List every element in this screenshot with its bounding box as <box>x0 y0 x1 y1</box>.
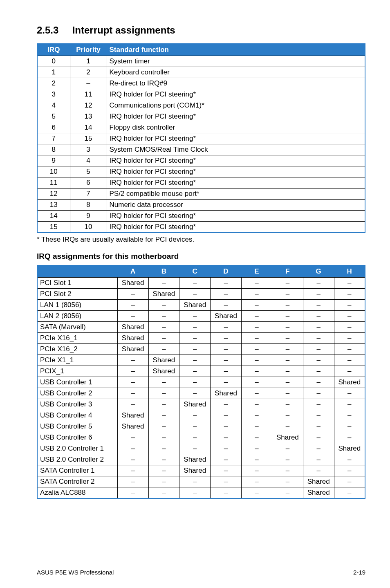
mb-value-cell: – <box>241 377 272 388</box>
mb-value-cell: – <box>334 344 365 355</box>
mb-value-cell: – <box>241 344 272 355</box>
mb-value-cell: – <box>148 410 179 421</box>
mb-value-cell: – <box>272 487 303 499</box>
mb-header-cell: H <box>334 265 365 278</box>
mb-value-cell: – <box>148 487 179 499</box>
mb-value-cell: – <box>117 289 148 300</box>
function-cell: IRQ holder for PCI steering* <box>107 211 365 222</box>
mb-row-label: SATA (Marvell) <box>37 322 117 333</box>
mb-value-cell: – <box>241 366 272 377</box>
table-row: USB Controller 4Shared––––––– <box>37 410 365 421</box>
function-cell: IRQ holder for PCI steering* <box>107 155 365 166</box>
mb-value-cell: Shared <box>117 421 148 432</box>
mb-value-cell: – <box>117 443 148 454</box>
mb-value-cell: – <box>303 421 334 432</box>
mb-value-cell: – <box>272 289 303 300</box>
mb-value-cell: – <box>334 454 365 465</box>
mb-subheading: IRQ assignments for this motherboard <box>37 252 365 261</box>
mb-value-cell: – <box>179 289 211 300</box>
mb-value-cell: – <box>179 443 211 454</box>
mb-row-label: LAN 1 (8056) <box>37 300 117 311</box>
irq-footnote: * These IRQs are usually available for P… <box>37 236 365 244</box>
footer-product: ASUS P5E WS Professional <box>37 569 114 576</box>
table-row: 12Keyboard controller <box>37 67 365 78</box>
mb-value-cell: – <box>241 432 272 443</box>
mb-value-cell: – <box>211 289 242 300</box>
mb-header-blank <box>37 265 117 278</box>
mb-value-cell: – <box>272 344 303 355</box>
mb-value-cell: – <box>334 355 365 366</box>
mb-value-cell: – <box>334 388 365 399</box>
mb-value-cell: Shared <box>117 322 148 333</box>
mb-value-cell: – <box>179 432 211 443</box>
irq-cell: 4 <box>37 100 70 111</box>
table-row: USB Controller 5Shared––––––– <box>37 421 365 432</box>
mb-value-cell: – <box>241 278 272 289</box>
mb-value-cell: – <box>241 454 272 465</box>
function-cell: Re-direct to IRQ#9 <box>107 78 365 89</box>
mb-value-cell: – <box>179 344 211 355</box>
table-row: 105IRQ holder for PCI steering* <box>37 166 365 177</box>
mb-value-cell: – <box>148 476 179 487</box>
mb-value-cell: – <box>303 443 334 454</box>
table-row: LAN 1 (8056)––Shared––––– <box>37 300 365 311</box>
table-row: USB Controller 3––Shared––––– <box>37 399 365 410</box>
mb-value-cell: – <box>179 476 211 487</box>
table-row: 715IRQ holder for PCI steering* <box>37 133 365 144</box>
mb-value-cell: – <box>272 366 303 377</box>
mb-value-cell: – <box>241 476 272 487</box>
mb-value-cell: – <box>211 410 242 421</box>
mb-value-cell: – <box>148 344 179 355</box>
page-footer: ASUS P5E WS Professional 2-19 <box>37 569 365 576</box>
mb-value-cell: – <box>179 366 211 377</box>
mb-row-label: PCIe X1_1 <box>37 355 117 366</box>
priority-cell: 5 <box>70 166 107 177</box>
mb-value-cell: – <box>303 355 334 366</box>
mb-row-label: USB 2.0 Controller 1 <box>37 443 117 454</box>
mb-value-cell: – <box>117 377 148 388</box>
priority-cell: 3 <box>70 144 107 155</box>
mb-value-cell: – <box>211 465 242 476</box>
irq-cell: 11 <box>37 177 70 189</box>
mb-value-cell: – <box>179 388 211 399</box>
table-row: PCIe X16_2Shared––––––– <box>37 344 365 355</box>
irq-cell: 6 <box>37 122 70 133</box>
function-cell: Floppy disk controller <box>107 122 365 133</box>
mb-value-cell: – <box>334 333 365 344</box>
mb-value-cell: – <box>272 421 303 432</box>
mb-value-cell: – <box>241 300 272 311</box>
mb-value-cell: – <box>148 399 179 410</box>
mb-value-cell: – <box>334 311 365 322</box>
irq-cell: 5 <box>37 111 70 122</box>
table-row: PCI Slot 1Shared––––––– <box>37 278 365 289</box>
irq-header-cell: Priority <box>70 44 107 56</box>
function-cell: IRQ holder for PCI steering* <box>107 177 365 189</box>
irq-cell: 12 <box>37 189 70 200</box>
mb-value-cell: Shared <box>179 399 211 410</box>
mb-value-cell: Shared <box>211 388 242 399</box>
mb-value-cell: – <box>303 322 334 333</box>
mb-value-cell: – <box>211 278 242 289</box>
mb-value-cell: – <box>117 355 148 366</box>
mb-value-cell: – <box>241 355 272 366</box>
mb-value-cell: – <box>148 421 179 432</box>
mb-value-cell: – <box>117 300 148 311</box>
function-cell: IRQ holder for PCI steering* <box>107 222 365 233</box>
irq-cell: 13 <box>37 200 70 211</box>
table-row: USB 2.0 Controller 1–––––––Shared <box>37 443 365 454</box>
mb-value-cell: – <box>148 322 179 333</box>
mb-value-cell: – <box>148 465 179 476</box>
function-cell: IRQ holder for PCI steering* <box>107 111 365 122</box>
mb-value-cell: – <box>303 399 334 410</box>
mb-value-cell: – <box>117 388 148 399</box>
mb-value-cell: – <box>241 289 272 300</box>
mb-value-cell: – <box>211 443 242 454</box>
table-row: 412Communications port (COM1)* <box>37 100 365 111</box>
mb-row-label: USB Controller 3 <box>37 399 117 410</box>
table-row: 83System CMOS/Real Time Clock <box>37 144 365 155</box>
mb-value-cell: Shared <box>303 487 334 499</box>
irq-cell: 10 <box>37 166 70 177</box>
mb-value-cell: – <box>241 311 272 322</box>
priority-cell: 11 <box>70 89 107 100</box>
mb-value-cell: – <box>272 388 303 399</box>
